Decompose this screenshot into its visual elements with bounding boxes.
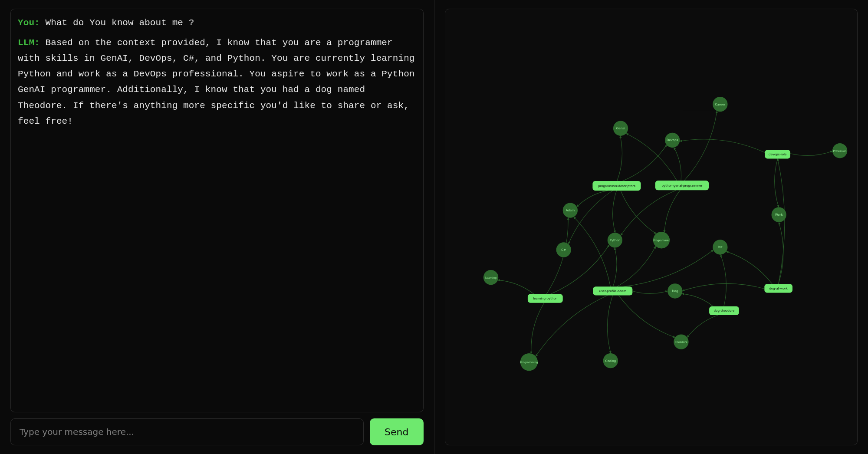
graph-node-programming[interactable]: Programming <box>520 353 538 371</box>
graph-node-label: Genai <box>616 126 625 130</box>
knowledge-graph[interactable]: CareerGenaiDevopsProfessiondevops-rolepr… <box>445 9 858 445</box>
graph-edge <box>618 296 675 338</box>
graph-node-label: Learning <box>485 276 496 280</box>
graph-edge <box>774 158 779 207</box>
graph-node-label: C# <box>561 248 566 252</box>
graph-node-career[interactable]: Career <box>713 97 727 112</box>
graph-edge <box>621 190 676 235</box>
graph-node-prog-desc[interactable]: programmer-descriptors <box>592 181 641 191</box>
graph-node-pgp[interactable]: python-genai-programmer <box>655 181 708 190</box>
graph-pane: CareerGenaiDevopsProfessiondevops-rolepr… <box>434 0 868 454</box>
graph-node-label: Coding <box>605 359 616 363</box>
graph-edge <box>612 191 616 233</box>
graph-edge <box>573 217 610 287</box>
graph-node-coding[interactable]: Coding <box>603 353 618 368</box>
graph-node-label: Theodore <box>674 340 687 343</box>
graph-edge <box>790 151 832 155</box>
graph-node-csharp[interactable]: C# <box>556 242 571 257</box>
graph-node-label: Profession <box>833 149 846 152</box>
graph-node-work[interactable]: Work <box>771 207 786 222</box>
graph-edge <box>720 255 726 306</box>
message-text: What do You know about me ? <box>40 18 194 28</box>
graph-node-label: python-genai-programmer <box>661 184 702 188</box>
chat-message: LLM: Based on the context provided, I kn… <box>18 35 416 129</box>
graph-node-learn-py[interactable]: learning-python <box>527 294 562 303</box>
graph-node-adam[interactable]: Adam <box>562 203 577 217</box>
graph-node-label: Pet <box>717 245 722 249</box>
message-speaker: You: <box>18 18 40 28</box>
graph-node-learning[interactable]: Learning <box>483 270 498 285</box>
graph-edge <box>617 136 622 181</box>
graph-node-label: Work <box>775 213 783 217</box>
graph-node-devops[interactable]: Devops <box>665 133 680 148</box>
graph-node-devops-role[interactable]: devops-role <box>765 150 790 158</box>
graph-edge <box>536 296 608 356</box>
graph-node-profession[interactable]: Profession <box>832 143 847 158</box>
graph-node-python[interactable]: Python <box>607 233 622 247</box>
graph-edge <box>531 303 544 354</box>
graph-edge <box>621 191 656 234</box>
graph-node-label: dog-theodore <box>713 309 734 313</box>
graph-node-label: Dog <box>672 289 678 293</box>
graph-edge <box>680 139 765 153</box>
chat-messages[interactable]: You: What do You know about me ?LLM: Bas… <box>10 9 424 412</box>
graph-node-label: programmer-descriptors <box>598 184 635 188</box>
graph-node-genai[interactable]: Genai <box>613 121 628 136</box>
graph-edge <box>607 296 612 353</box>
graph-node-dog[interactable]: Dog <box>667 283 682 298</box>
graph-edge <box>674 148 681 181</box>
graph-node-dog-at-work[interactable]: dog-at-work <box>764 284 792 293</box>
graph-edge <box>682 283 764 291</box>
graph-node-label: Adam <box>566 208 575 212</box>
message-speaker: LLM: <box>18 38 40 48</box>
graph-node-label: dog-at-work <box>769 286 788 290</box>
graph-edge <box>623 250 713 286</box>
graph-node-dog-theodore[interactable]: dog-theodore <box>709 306 739 315</box>
graph-edge <box>577 191 608 207</box>
chat-pane: You: What do You know about me ?LLM: Bas… <box>0 0 434 454</box>
input-row: Send <box>10 418 424 445</box>
graph-node-label: Programming <box>520 361 538 364</box>
graph-edge <box>682 294 713 306</box>
graph-edge <box>617 246 655 286</box>
graph-edge <box>568 191 612 244</box>
graph-node-user-profile[interactable]: user-profile-adam <box>593 286 632 295</box>
graph-node-label: Programmer <box>653 239 670 242</box>
message-text: Based on the context provided, I know th… <box>18 38 415 126</box>
graph-node-label: Python <box>609 238 620 242</box>
graph-edge <box>778 222 783 284</box>
graph-edge <box>687 315 718 338</box>
graph-node-label: Career <box>715 102 725 106</box>
graph-node-label: Devops <box>667 138 678 142</box>
graph-edge <box>684 111 717 181</box>
graph-node-label: learning-python <box>533 296 557 300</box>
graph-edge <box>664 190 680 232</box>
graph-node-label: user-profile-adam <box>599 289 626 293</box>
graph-node-pet[interactable]: Pet <box>713 240 727 254</box>
graph-edge <box>613 247 617 286</box>
message-input[interactable] <box>10 418 364 445</box>
chat-message: You: What do You know about me ? <box>18 15 416 31</box>
graph-node-theodore[interactable]: Theodore <box>674 334 688 349</box>
graph-edge <box>632 291 667 293</box>
graph-edge <box>498 280 534 294</box>
send-button[interactable]: Send <box>370 418 423 445</box>
graph-edge <box>726 251 772 284</box>
graph-node-label: devops-role <box>768 152 786 156</box>
graph-node-programmer[interactable]: Programmer <box>653 232 670 248</box>
graph-edge <box>622 145 666 181</box>
